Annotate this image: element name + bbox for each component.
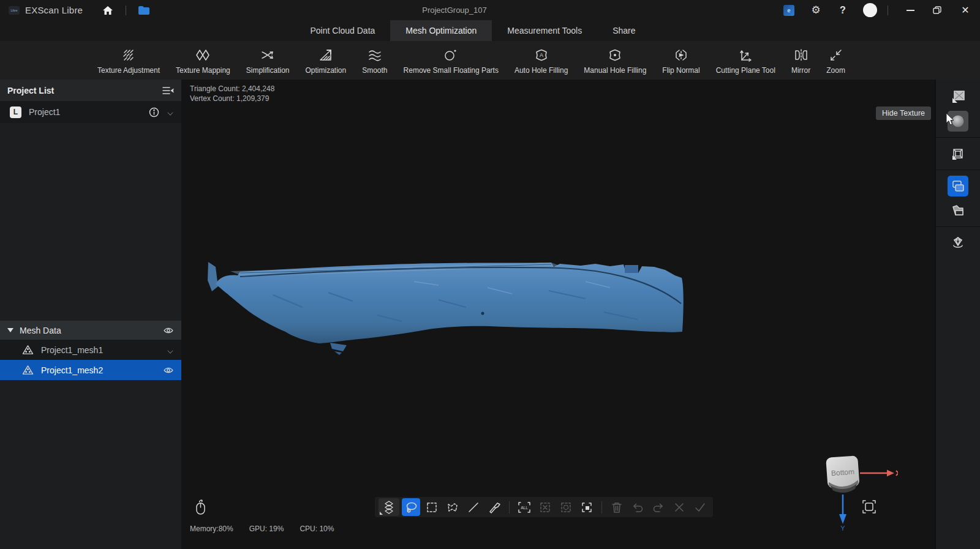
line-select-button[interactable] [464, 498, 483, 516]
help-icon: ? [840, 5, 846, 16]
visibility-layers-button[interactable] [379, 498, 399, 516]
mesh-visibility-eye-icon[interactable] [163, 327, 174, 334]
mesh-item-chevron-icon[interactable] [168, 348, 174, 352]
select-all-button[interactable]: ALL [515, 498, 533, 516]
line-select-icon [467, 501, 480, 514]
optimization-tool[interactable]: Optimization [297, 41, 354, 75]
project-row[interactable]: L Project1 [0, 101, 181, 123]
redo-icon [652, 501, 665, 514]
remove-floating-parts-icon [443, 48, 459, 62]
project-info-icon[interactable] [149, 107, 159, 118]
maximize-button[interactable] [924, 0, 951, 20]
mirror-tool[interactable]: Mirror [783, 41, 818, 75]
tool-label: Smooth [362, 66, 387, 75]
delete-selection-button[interactable] [608, 498, 626, 516]
mirror-icon [793, 48, 810, 62]
zoom-tool[interactable]: Zoom [818, 41, 853, 75]
texture-adjustment-icon [121, 48, 137, 62]
undo-button[interactable] [628, 498, 647, 516]
smooth-tool[interactable]: Smooth [354, 41, 395, 75]
mesh-icon [22, 345, 34, 355]
tab-share[interactable]: Share [597, 20, 650, 41]
rectangle-select-button[interactable] [423, 498, 441, 516]
gpu-usage: GPU: 19% [249, 525, 284, 533]
select-connected-button[interactable] [578, 498, 596, 516]
brush-select-icon [488, 501, 501, 514]
confirm-selection-button[interactable] [691, 498, 709, 516]
material-quality-button[interactable] [948, 233, 968, 253]
resource-statusbar: Memory:80% GPU: 19% CPU: 10% [190, 525, 334, 533]
tool-label: Zoom [826, 66, 845, 75]
tool-label: Optimization [305, 66, 346, 75]
collapse-panel-icon[interactable] [162, 86, 174, 95]
auto-hole-filling-icon: A [533, 48, 549, 62]
tool-label: Texture Mapping [176, 66, 230, 75]
texture-view-button[interactable] [948, 86, 968, 107]
flyout-arrow-icon [380, 512, 383, 515]
svg-text:A: A [540, 52, 543, 58]
tab-measurement-tools[interactable]: Measurement Tools [492, 20, 597, 41]
mouse-cursor [946, 113, 956, 127]
redo-button[interactable] [649, 498, 668, 516]
polygon-select-button[interactable] [443, 498, 462, 516]
cancel-selection-button[interactable] [670, 498, 688, 516]
mesh-item-label: Project1_mesh2 [41, 365, 103, 375]
3d-viewport[interactable]: Triangle Count: 2,404,248 Vertex Count: … [181, 80, 935, 549]
tab-mesh-optimization[interactable]: Mesh Optimization [390, 20, 492, 41]
remove-small-floating-parts-tool[interactable]: Remove Small Floating Parts [396, 41, 507, 75]
memory-usage: Memory:80% [190, 525, 233, 533]
ribbon-toolbar: Texture Adjustment Texture Mapping Simpl… [0, 41, 980, 80]
select-all-text: ALL [521, 506, 528, 510]
simplification-tool[interactable]: Simplification [238, 41, 298, 75]
restore-icon [933, 6, 941, 14]
mesh-statistics: Triangle Count: 2,404,248 Vertex Count: … [190, 84, 274, 103]
auto-hole-filling-tool[interactable]: A Auto Hole Filling [507, 41, 576, 75]
settings-button[interactable]: ⚙ [807, 0, 825, 20]
open-project-button[interactable] [135, 0, 153, 20]
nav-cube-face-label: Bottom [831, 468, 854, 478]
minimize-icon [907, 10, 914, 11]
close-button[interactable]: ✕ [951, 0, 980, 20]
project-expand-chevron-icon[interactable] [168, 110, 174, 114]
navigation-cube[interactable]: Bottom Y [818, 452, 898, 531]
triangle-count: Triangle Count: 2,404,248 [190, 84, 274, 94]
minimize-button[interactable] [897, 0, 924, 20]
home-button[interactable] [99, 0, 117, 20]
tool-label: Cutting Plane Tool [716, 66, 775, 75]
texture-adjustment-tool[interactable]: Texture Adjustment [89, 41, 168, 75]
mesh-item-project1-mesh1[interactable]: Project1_mesh1 [0, 340, 181, 360]
deselect-all-button[interactable] [536, 498, 554, 516]
lasso-select-button[interactable] [402, 498, 420, 516]
manual-hole-filling-tool[interactable]: Manual Hole Filling [576, 41, 654, 75]
texture-mapping-icon [195, 48, 211, 62]
multi-view-button[interactable] [948, 176, 968, 196]
user-avatar[interactable] [861, 0, 879, 20]
invert-selection-button[interactable] [557, 498, 575, 516]
mesh-item-project1-mesh2[interactable]: Project1_mesh2 [0, 360, 181, 380]
titlebar-divider [126, 6, 126, 15]
mesh-visibility-eye-icon[interactable] [163, 367, 174, 374]
gear-icon: ⚙ [811, 4, 820, 17]
overlapping-views-icon [951, 179, 965, 193]
mesh-data-title: Mesh Data [20, 326, 163, 335]
invert-selection-icon [560, 501, 572, 514]
tab-point-cloud-data[interactable]: Point Cloud Data [295, 20, 390, 41]
project-views-button[interactable] [948, 200, 968, 221]
flip-normal-tool[interactable]: Flip Normal [654, 41, 707, 75]
mesh-item-label: Project1_mesh1 [41, 345, 103, 355]
mesh-data-header[interactable]: Mesh Data [0, 321, 181, 340]
hide-texture-tooltip: Hide Texture [876, 106, 931, 120]
account-button[interactable]: e [780, 0, 798, 20]
brush-select-button[interactable] [485, 498, 503, 516]
help-button[interactable]: ? [834, 0, 852, 20]
texture-mapping-tool[interactable]: Texture Mapping [168, 41, 238, 75]
toolbar-separator [601, 501, 602, 514]
wireframe-view-button[interactable] [948, 143, 968, 164]
titlebar-divider [888, 6, 888, 15]
cutting-plane-tool[interactable]: Cutting Plane Tool [708, 41, 783, 75]
rail-separator [935, 226, 980, 227]
stacked-files-icon [951, 203, 965, 218]
project-type-badge: L [10, 106, 21, 118]
vertex-count: Vertex Count: 1,209,379 [190, 94, 274, 103]
wireframe-cube-icon [951, 146, 965, 161]
